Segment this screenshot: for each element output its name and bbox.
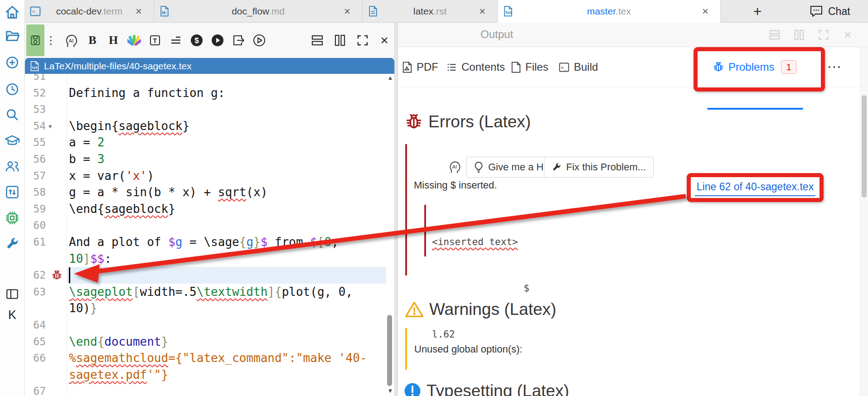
text-format-icon[interactable]: T (148, 34, 162, 47)
split-vertical-icon[interactable] (793, 29, 805, 41)
close-editor-icon[interactable]: × (380, 33, 388, 48)
tab-build[interactable]: >_ Build (558, 47, 598, 87)
close-icon[interactable]: × (136, 5, 142, 18)
tab-name: latex (413, 6, 433, 16)
code-area[interactable]: 5152Defining a function g:5354▾\begin{sa… (25, 74, 394, 396)
sage-dollar-icon[interactable]: $ (189, 33, 204, 48)
fullscreen-icon[interactable] (356, 34, 369, 47)
code-text: \end{sageblock} (69, 201, 175, 217)
files-folder-icon[interactable] (5, 28, 20, 43)
latex-editor-pane: ⋮ AI B H T $ × TeX LaTeX/multiple-files/… (25, 23, 394, 396)
layout-panel-icon[interactable] (5, 287, 19, 301)
tab-contents[interactable]: Contents (446, 47, 505, 87)
output-title: Output (480, 28, 513, 41)
new-tab-button[interactable]: + (748, 0, 766, 23)
code-line[interactable]: 66%sagemathcloud={"latex_command":"make … (25, 350, 386, 367)
close-icon[interactable]: × (344, 5, 350, 18)
svg-text:>_: >_ (32, 9, 38, 14)
split-vertical-icon[interactable] (334, 34, 346, 47)
code-line[interactable]: sagetex.pdf'"} (25, 367, 386, 383)
code-line[interactable]: 10]$$: (25, 251, 386, 267)
search-icon[interactable] (5, 107, 19, 122)
tab-ext: .rst (433, 6, 446, 16)
code-line[interactable]: 62 (25, 267, 386, 284)
fold-marker-icon[interactable]: ▾ (48, 118, 52, 135)
code-line[interactable]: 65\end{document} (25, 333, 386, 350)
fix-problem-button[interactable]: Fix this Problem... (544, 157, 654, 178)
servers-chip-icon[interactable] (5, 210, 20, 226)
code-line[interactable]: 67 (25, 383, 386, 396)
color-palette-icon[interactable] (127, 34, 141, 47)
code-line[interactable]: 58g = a * sin(b * x) + sqrt(x) (25, 184, 386, 201)
line-number: 57 (28, 168, 46, 184)
tab-files[interactable]: Files (510, 47, 548, 87)
line-number: 63 (28, 284, 46, 300)
code-line[interactable]: 61And a plot of $g = \sage{g}$ from $[0, (25, 234, 386, 251)
kebab-menu-icon[interactable]: ⋮ (45, 34, 56, 47)
code-line[interactable]: 54▾\begin{sageblock} (25, 118, 386, 135)
tab-cocalc-dev-term[interactable]: >_ cocalc-dev.term × (25, 0, 154, 23)
pane-divider[interactable] (394, 23, 398, 396)
error-location-link[interactable]: Line 62 of 40-sagetex.tex (695, 179, 815, 196)
log-history-icon[interactable] (5, 82, 19, 97)
chat-button[interactable]: Chat (809, 0, 850, 23)
code-line[interactable]: 10)} (25, 300, 386, 317)
tab-master-tex[interactable]: TeX master.tex × (498, 0, 721, 23)
bold-icon[interactable]: B (88, 34, 96, 47)
error-block-border (405, 144, 407, 275)
editor-scroll-up-icon[interactable]: ▲ (386, 75, 394, 81)
code-line[interactable]: 56b = 3 (25, 151, 386, 168)
gutter-bug-icon (51, 270, 63, 281)
build-play-outline-icon[interactable] (252, 33, 267, 48)
svg-text:AI: AI (452, 164, 457, 169)
tab-latex-rst[interactable]: latex.rst × (363, 0, 498, 23)
save-file-button[interactable] (26, 24, 44, 56)
code-line[interactable]: 64 (25, 317, 386, 333)
tab-label: Build (574, 61, 598, 73)
editor-scrollbar-thumb[interactable] (387, 315, 392, 386)
code-line[interactable]: 52Defining a function g: (25, 85, 386, 101)
more-tabs-icon[interactable]: ··· (828, 47, 842, 87)
close-icon[interactable]: × (479, 5, 485, 18)
graduation-cap-icon[interactable] (5, 133, 20, 148)
code-line[interactable]: 57x = var('x') (25, 168, 386, 184)
ai-assistant-icon[interactable]: AI (448, 159, 462, 175)
file-path-bar[interactable]: TeX LaTeX/multiple-files/40-sagetex.tex (25, 58, 394, 74)
contents-list-icon (446, 62, 457, 73)
svg-text:TeX: TeX (32, 65, 38, 69)
code-line[interactable]: 60 (25, 217, 386, 234)
wrench-icon[interactable] (5, 237, 19, 251)
code-line[interactable]: 53 (25, 101, 386, 118)
close-icon[interactable]: × (844, 29, 851, 41)
tab-ext: .tex (616, 6, 631, 16)
rst-file-icon (367, 5, 379, 17)
kbd-shortcut-k[interactable]: K (8, 308, 16, 322)
code-text: %sagemathcloud={"latex_command":"make '4… (69, 350, 367, 367)
close-icon[interactable]: × (702, 5, 708, 18)
heading-icon[interactable]: H (109, 34, 118, 47)
ai-assistant-icon[interactable]: AI (64, 32, 79, 48)
editor-scroll-down-icon[interactable]: ▼ (386, 388, 394, 394)
save-export-icon[interactable] (232, 34, 245, 47)
new-plus-icon[interactable] (5, 55, 19, 70)
output-scrollbar-thumb[interactable] (862, 95, 867, 198)
code-line[interactable]: 51 (25, 74, 386, 85)
left-nav-rail: K (0, 0, 25, 396)
code-line[interactable]: 59\end{sageblock} (25, 201, 386, 217)
chat-bubble-icon (809, 5, 824, 18)
users-icon[interactable] (5, 159, 20, 174)
tab-pdf[interactable]: PDF (402, 47, 438, 87)
code-line[interactable]: 63\sageplot[width=.5\textwidth]{plot(g, … (25, 284, 386, 300)
code-line[interactable]: 55a = 2 (25, 134, 386, 151)
info-circle-icon (404, 382, 421, 396)
settings-sliders-icon[interactable] (5, 184, 20, 200)
tab-doc-flow-md[interactable]: M↓ doc_flow.md × (154, 0, 363, 23)
split-horizontal-icon[interactable] (769, 29, 781, 41)
split-horizontal-icon[interactable] (311, 34, 324, 47)
home-icon[interactable] (5, 5, 20, 20)
svg-text:>_: >_ (561, 65, 567, 70)
tab-label: Contents (461, 61, 505, 73)
indent-lines-icon[interactable] (170, 34, 182, 47)
run-play-icon[interactable] (210, 33, 225, 48)
fullscreen-icon[interactable] (818, 29, 829, 41)
